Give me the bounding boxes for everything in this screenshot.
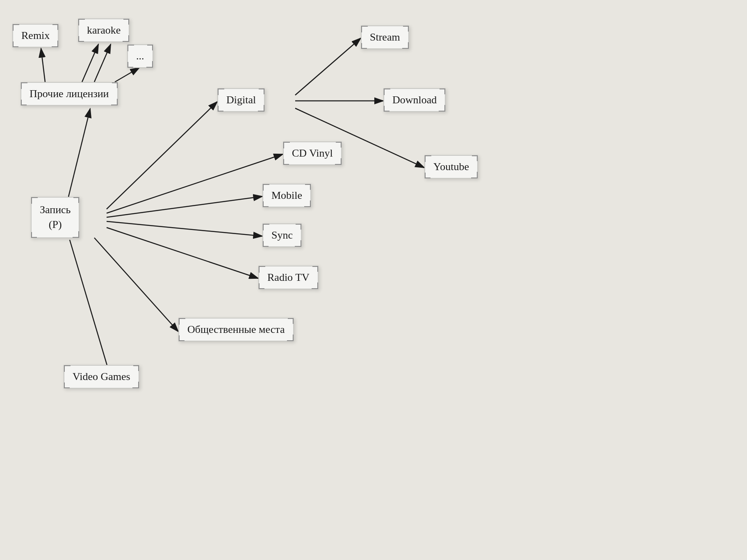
mobile-label: Mobile [271, 189, 302, 201]
cd-vinyl-node: CD Vinyl [283, 141, 342, 165]
svg-line-3 [82, 44, 98, 82]
obshch-label: Общественные места [187, 323, 285, 335]
karaoke-node: karaoke [78, 18, 130, 42]
digital-node: Digital [217, 88, 265, 112]
svg-line-1 [68, 109, 90, 197]
download-label: Download [392, 94, 437, 106]
prochie-node: Прочие лицензии [20, 82, 118, 106]
svg-line-12 [70, 240, 111, 378]
radio-tv-node: Radio TV [258, 266, 319, 289]
karaoke-label: karaoke [87, 24, 121, 36]
svg-line-4 [94, 44, 111, 82]
stream-label: Stream [370, 31, 400, 43]
sync-node: Sync [262, 223, 302, 247]
mobile-node: Mobile [262, 184, 311, 207]
zapis-label: Запись(P) [40, 204, 71, 230]
zapis-node: Запись(P) [31, 197, 80, 238]
svg-line-9 [107, 221, 262, 236]
svg-line-13 [295, 38, 361, 95]
svg-line-8 [107, 196, 262, 217]
remix-label: Remix [21, 30, 50, 41]
sync-label: Sync [271, 229, 293, 241]
radio-tv-label: Radio TV [267, 271, 310, 283]
svg-line-10 [107, 228, 258, 278]
ellipsis-label: ... [136, 50, 144, 62]
stream-node: Stream [361, 25, 409, 49]
svg-line-5 [115, 68, 139, 82]
youtube-label: Youtube [433, 161, 469, 173]
svg-line-11 [94, 238, 178, 332]
cd-vinyl-label: CD Vinyl [292, 147, 333, 159]
remix-node: Remix [12, 24, 59, 48]
svg-line-7 [107, 154, 283, 213]
svg-line-6 [107, 102, 217, 209]
digital-label: Digital [226, 94, 256, 106]
svg-line-2 [41, 48, 45, 82]
video-games-label: Video Games [73, 371, 130, 382]
obshch-node: Общественные места [178, 318, 294, 341]
ellipsis-node: ... [127, 44, 153, 68]
youtube-node: Youtube [424, 155, 478, 179]
download-node: Download [383, 88, 446, 112]
video-games-node: Video Games [64, 365, 139, 389]
prochie-label: Прочие лицензии [30, 88, 109, 100]
